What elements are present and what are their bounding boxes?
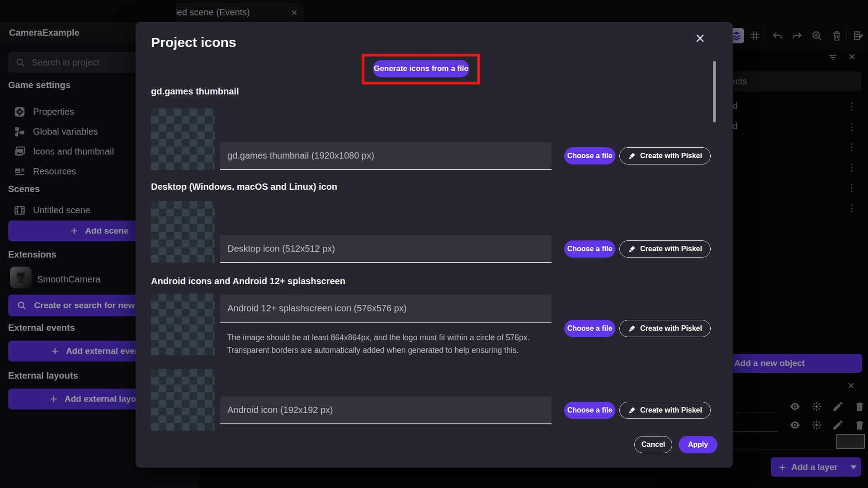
piskel-label: Create with Piskel xyxy=(640,324,702,333)
gdevelop-app: Untitled scene (Events) × xyxy=(0,0,868,488)
apply-button[interactable]: Apply xyxy=(679,436,717,453)
cancel-button[interactable]: Cancel xyxy=(634,436,672,453)
splashscreen-helper-text: The image should be at least 864x864px, … xyxy=(227,333,529,343)
create-with-piskel-button[interactable]: Create with Piskel xyxy=(619,320,711,337)
helper-text: The image should be at least 864x864px, … xyxy=(227,333,447,342)
field-placeholder: Android icon (192x192 px) xyxy=(227,405,333,415)
circle-size-link[interactable]: within a circle of 576px xyxy=(447,333,527,342)
choose-file-button[interactable]: Choose a file xyxy=(564,147,615,164)
paintbrush-icon xyxy=(628,407,636,414)
paintbrush-icon xyxy=(628,152,636,160)
thumbnail-preview-android-icon xyxy=(151,369,215,431)
close-dialog-icon[interactable]: × xyxy=(695,30,705,47)
android-splashscreen-field[interactable]: Android 12+ splashscreen icon (576x576 p… xyxy=(220,295,552,323)
create-with-piskel-button[interactable]: Create with Piskel xyxy=(619,240,711,258)
gdgames-thumbnail-field[interactable]: gd.games thumbnail (868x488 px) xyxy=(220,142,552,170)
thumbnail-preview-desktop xyxy=(151,201,215,263)
choose-file-button[interactable]: Choose a file xyxy=(564,402,615,419)
thumbnail-preview-gdgames xyxy=(151,108,215,170)
paintbrush-icon xyxy=(628,245,636,253)
section-heading-desktop: Desktop (Windows, macOS and Linux) icon xyxy=(151,182,337,192)
create-with-piskel-button[interactable]: Create with Piskel xyxy=(619,402,711,419)
dialog-scrollbar[interactable] xyxy=(713,61,716,122)
section-heading-android: Android icons and Android 12+ splashscre… xyxy=(151,276,345,286)
field-placeholder: Android 12+ splashscreen icon (576x576 p… xyxy=(227,303,406,314)
piskel-label: Create with Piskel xyxy=(640,152,702,160)
splashscreen-helper-text-2: Transparent borders are automatically ad… xyxy=(227,346,519,355)
paintbrush-icon xyxy=(628,325,636,333)
choose-file-button[interactable]: Choose a file xyxy=(564,240,615,258)
helper-text: . xyxy=(527,333,529,342)
field-placeholder: gd.games thumbnail (868x488 px) xyxy=(227,150,374,161)
field-placeholder: Desktop icon (512x512 px) xyxy=(227,244,335,254)
android-icon-field[interactable]: Android icon (192x192 px) xyxy=(220,397,552,424)
desktop-icon-field[interactable]: Desktop icon (512x512 px) xyxy=(220,235,552,263)
thumbnail-preview-splashscreen xyxy=(151,294,215,355)
piskel-label: Create with Piskel xyxy=(640,245,702,253)
section-heading-gdgames: gd.games thumbnail xyxy=(151,86,239,97)
generate-icons-button[interactable]: Generate icons from a file xyxy=(373,60,469,77)
dialog-title: Project icons xyxy=(151,35,236,50)
piskel-label: Create with Piskel xyxy=(640,406,702,414)
create-with-piskel-button[interactable]: Create with Piskel xyxy=(619,147,711,164)
project-icons-dialog: Project icons × Generate icons from a fi… xyxy=(136,22,733,468)
choose-file-button[interactable]: Choose a file xyxy=(564,320,615,337)
